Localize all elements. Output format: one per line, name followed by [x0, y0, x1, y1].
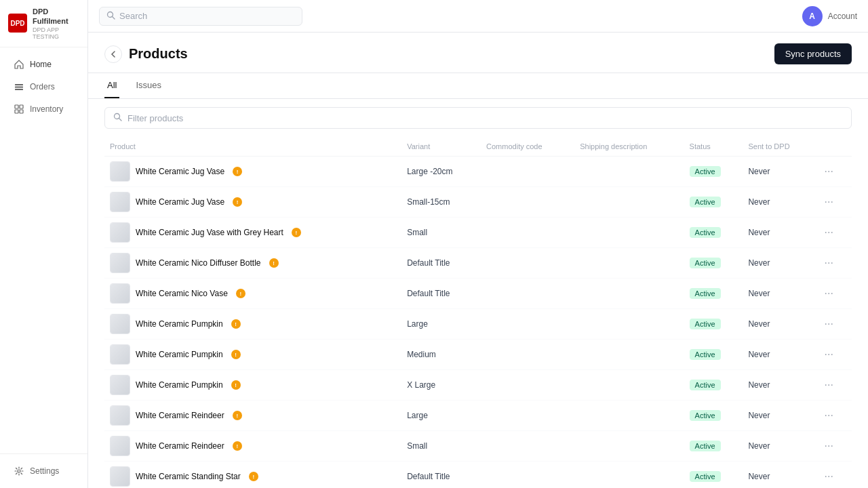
- table-body: White Ceramic Jug Vase ! Large -20cmActi…: [104, 157, 852, 489]
- info-icon[interactable]: !: [231, 319, 241, 329]
- sidebar-nav: Home Orders Inventory: [0, 47, 87, 453]
- more-actions-button[interactable]: ···: [822, 346, 836, 363]
- product-thumbnail: [110, 161, 130, 182]
- commodity-code-cell: [481, 218, 574, 248]
- actions-cell: ···: [816, 340, 852, 370]
- sidebar-item-inventory[interactable]: Inventory: [4, 98, 83, 120]
- user-info: A Account: [802, 6, 857, 26]
- more-actions-button[interactable]: ···: [822, 407, 836, 424]
- search-container[interactable]: [99, 7, 302, 26]
- svg-line-11: [119, 119, 122, 121]
- info-icon[interactable]: !: [269, 258, 279, 268]
- sidebar-bottom: Settings: [0, 453, 87, 488]
- table-row: White Ceramic Pumpkin ! X LargeActiveNev…: [104, 370, 852, 401]
- sidebar-item-orders[interactable]: Orders: [4, 76, 83, 98]
- sent-to-dpd-cell: Never: [743, 248, 816, 279]
- actions-cell: ···: [816, 401, 852, 431]
- more-actions-button[interactable]: ···: [822, 315, 836, 333]
- more-actions-button[interactable]: ···: [822, 437, 836, 455]
- product-cell-inner: White Ceramic Jug Vase with Grey Heart !: [110, 222, 396, 243]
- shipping-description-cell: [574, 309, 684, 340]
- svg-line-9: [113, 16, 115, 19]
- info-icon[interactable]: !: [231, 380, 241, 390]
- sent-to-dpd-cell: Never: [743, 309, 816, 340]
- shipping-description-cell: [574, 157, 684, 187]
- product-thumbnail: [110, 375, 130, 395]
- variant-cell: Large -20cm: [401, 157, 481, 187]
- product-thumbnail: [110, 192, 130, 212]
- svg-rect-2: [15, 89, 23, 90]
- more-actions-button[interactable]: ···: [822, 468, 836, 485]
- status-badge: Active: [690, 380, 721, 390]
- main-content: A Account Products Sync products All Iss…: [88, 0, 868, 488]
- product-name: White Ceramic Reindeer: [136, 411, 224, 420]
- svg-rect-4: [20, 105, 23, 108]
- back-button[interactable]: [104, 45, 122, 63]
- commodity-code-cell: [481, 248, 574, 279]
- status-badge: Active: [690, 349, 721, 360]
- sync-products-button[interactable]: Sync products: [774, 43, 852, 64]
- table-row: White Ceramic Nico Diffuser Bottle ! Def…: [104, 248, 852, 279]
- table-row: White Ceramic Jug Vase with Grey Heart !…: [104, 218, 852, 248]
- more-actions-button[interactable]: ···: [822, 285, 836, 302]
- table-row: White Ceramic Jug Vase ! Small-15cmActiv…: [104, 187, 852, 218]
- shipping-description-cell: [574, 462, 684, 489]
- more-actions-button[interactable]: ···: [822, 376, 836, 394]
- product-image: [111, 314, 130, 333]
- product-cell-inner: White Ceramic Reindeer !: [110, 436, 396, 456]
- table-row: White Ceramic Pumpkin ! LargeActiveNever…: [104, 309, 852, 340]
- table-row: White Ceramic Pumpkin ! MediumActiveNeve…: [104, 340, 852, 370]
- tab-all[interactable]: All: [104, 73, 119, 98]
- table-row: White Ceramic Reindeer ! LargeActiveNeve…: [104, 401, 852, 431]
- filter-products-input[interactable]: [127, 113, 843, 123]
- search-input[interactable]: [119, 11, 295, 21]
- sent-to-dpd-cell: Never: [743, 431, 816, 462]
- product-image: [111, 253, 130, 272]
- filter-input-container[interactable]: [104, 107, 852, 129]
- product-cell-inner: White Ceramic Reindeer !: [110, 405, 396, 426]
- info-icon[interactable]: !: [249, 472, 258, 481]
- product-cell: White Ceramic Jug Vase !: [104, 157, 401, 187]
- sidebar-item-home[interactable]: Home: [4, 54, 83, 75]
- actions-cell: ···: [816, 218, 852, 248]
- more-actions-button[interactable]: ···: [822, 163, 836, 180]
- table-row: White Ceramic Jug Vase ! Large -20cmActi…: [104, 157, 852, 187]
- info-icon[interactable]: !: [231, 350, 241, 359]
- sidebar-item-settings[interactable]: Settings: [4, 460, 83, 482]
- info-icon[interactable]: !: [233, 197, 242, 207]
- status-cell: Active: [684, 279, 743, 309]
- col-product: Product: [104, 137, 401, 157]
- status-badge: Active: [690, 166, 721, 177]
- commodity-code-cell: [481, 431, 574, 462]
- product-thumbnail: [110, 344, 130, 365]
- more-actions-button[interactable]: ···: [822, 224, 836, 241]
- commodity-code-cell: [481, 187, 574, 218]
- actions-cell: ···: [816, 187, 852, 218]
- sidebar: DPD DPD Fulfilment DPD APP TESTING Home …: [0, 0, 88, 488]
- status-badge: Active: [690, 258, 721, 268]
- sent-to-dpd-cell: Never: [743, 157, 816, 187]
- status-badge: Active: [690, 227, 721, 238]
- status-badge: Active: [690, 319, 721, 329]
- col-commodity-code: Commodity code: [481, 137, 574, 157]
- status-cell: Active: [684, 218, 743, 248]
- info-icon[interactable]: !: [233, 167, 242, 176]
- actions-cell: ···: [816, 279, 852, 309]
- sent-to-dpd-cell: Never: [743, 340, 816, 370]
- product-name: White Ceramic Nico Vase: [136, 289, 228, 298]
- more-actions-button[interactable]: ···: [822, 193, 836, 211]
- sidebar-item-orders-label: Orders: [30, 82, 55, 92]
- info-icon[interactable]: !: [292, 228, 301, 237]
- info-icon[interactable]: !: [236, 289, 245, 298]
- product-cell: White Ceramic Jug Vase with Grey Heart !: [104, 218, 401, 248]
- info-icon[interactable]: !: [233, 411, 242, 420]
- top-bar: A Account: [88, 0, 868, 33]
- info-icon[interactable]: !: [233, 441, 242, 451]
- sidebar-item-settings-label: Settings: [30, 466, 59, 476]
- product-cell-inner: White Ceramic Pumpkin !: [110, 344, 396, 365]
- status-cell: Active: [684, 248, 743, 279]
- more-actions-button[interactable]: ···: [822, 254, 836, 272]
- product-cell-inner: White Ceramic Nico Vase !: [110, 283, 396, 304]
- tab-issues[interactable]: Issues: [133, 73, 164, 98]
- product-image: [111, 436, 130, 455]
